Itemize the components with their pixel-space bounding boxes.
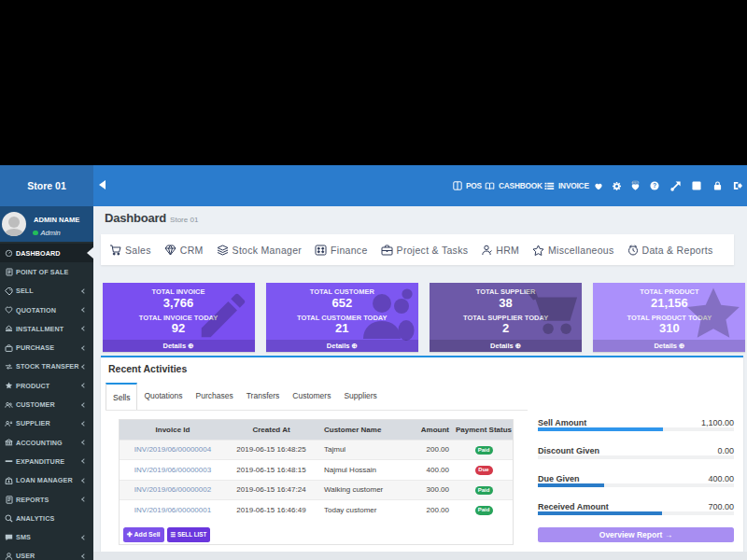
svg-text:?: ? [653, 182, 656, 189]
svg-text:3256: 3256 [632, 181, 639, 185]
